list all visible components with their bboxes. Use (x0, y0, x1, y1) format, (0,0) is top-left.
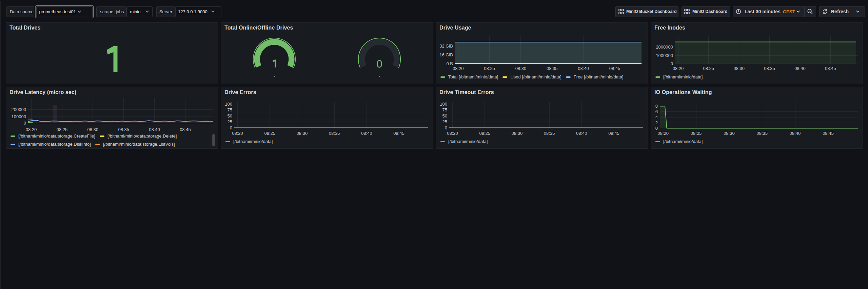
svg-text:100: 100 (225, 102, 232, 107)
svg-text:0: 0 (655, 126, 658, 131)
svg-text:08:20: 08:20 (453, 66, 464, 71)
svg-text:2: 2 (655, 120, 658, 125)
svg-text:08:35: 08:35 (544, 131, 555, 136)
svg-text:4: 4 (655, 115, 658, 120)
svg-text:08:25: 08:25 (484, 66, 495, 71)
svg-text:08:25: 08:25 (479, 131, 490, 136)
svg-text:100000: 100000 (12, 114, 26, 119)
svg-text:50: 50 (442, 113, 447, 119)
svg-text:0: 0 (445, 125, 447, 130)
svg-text:08:30: 08:30 (733, 66, 745, 71)
svg-text:16 GiB: 16 GiB (439, 52, 453, 57)
svg-text:08:45: 08:45 (825, 66, 836, 71)
svg-text:0: 0 (376, 58, 382, 70)
svg-text:08:35: 08:35 (329, 131, 340, 136)
svg-text:100: 100 (440, 102, 447, 107)
svg-text:1000000: 1000000 (656, 53, 673, 58)
svg-text:08:20: 08:20 (232, 131, 243, 136)
svg-text:08:25: 08:25 (691, 131, 702, 136)
svg-text:08:45: 08:45 (608, 131, 619, 136)
svg-text:08:20: 08:20 (657, 131, 669, 136)
svg-text:75: 75 (442, 107, 447, 112)
svg-text:08:40: 08:40 (578, 66, 589, 71)
svg-text:08:40: 08:40 (361, 131, 372, 136)
svg-text:08:30: 08:30 (515, 66, 527, 71)
svg-text:200000: 200000 (12, 107, 26, 112)
svg-text:08:45: 08:45 (180, 127, 191, 132)
svg-text:08:30: 08:30 (512, 131, 523, 136)
svg-text:08:20: 08:20 (447, 131, 458, 136)
svg-text:25: 25 (442, 119, 447, 124)
svg-text:0: 0 (671, 61, 673, 66)
svg-text:50: 50 (228, 113, 232, 119)
svg-text:08:45: 08:45 (823, 131, 834, 136)
svg-text:08:30: 08:30 (297, 131, 308, 136)
svg-text:75: 75 (228, 107, 232, 112)
svg-text:08:20: 08:20 (673, 66, 684, 71)
svg-text:08:45: 08:45 (393, 131, 405, 136)
svg-text:08:40: 08:40 (794, 66, 806, 71)
svg-text:2000000: 2000000 (656, 44, 673, 50)
svg-text:32 GiB: 32 GiB (439, 43, 453, 49)
svg-text:6: 6 (655, 109, 658, 114)
svg-text:0: 0 (230, 125, 232, 130)
svg-text:08:25: 08:25 (264, 131, 275, 136)
svg-text:08:25: 08:25 (57, 127, 68, 132)
svg-text:08:35: 08:35 (756, 131, 768, 136)
svg-text:08:30: 08:30 (87, 127, 99, 132)
svg-text:08:20: 08:20 (26, 127, 37, 132)
svg-text:08:45: 08:45 (609, 66, 620, 71)
svg-text:08:40: 08:40 (149, 127, 160, 132)
svg-text:0: 0 (24, 121, 26, 126)
svg-text:25: 25 (228, 119, 232, 124)
svg-text:08:25: 08:25 (703, 66, 714, 71)
svg-text:08:30: 08:30 (724, 131, 735, 136)
svg-text:08:35: 08:35 (764, 66, 775, 71)
svg-text:0 B: 0 B (446, 61, 453, 66)
svg-text:08:40: 08:40 (576, 131, 587, 136)
svg-text:08:35: 08:35 (118, 127, 129, 132)
svg-text:08:35: 08:35 (547, 66, 558, 71)
svg-text:08:40: 08:40 (790, 131, 801, 136)
svg-text:8: 8 (655, 104, 658, 109)
